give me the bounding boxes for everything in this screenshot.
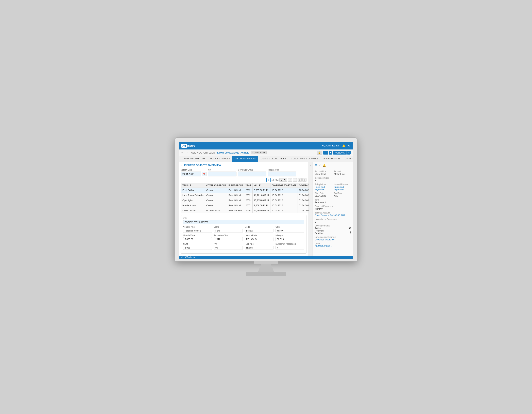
end-date-label: End Date bbox=[334, 192, 351, 194]
policyholder-link[interactable]: Fruits and vegetable... bbox=[315, 186, 332, 191]
insurance-class-value: 10 bbox=[315, 179, 351, 182]
cell-value: 41,281.00 EUR bbox=[252, 193, 270, 198]
app-logo: Ad Insure bbox=[181, 144, 195, 148]
product-col: Product Motor Fleet bbox=[334, 170, 351, 175]
p-button[interactable]: P bbox=[323, 151, 328, 154]
fleet-group-filter-input[interactable] bbox=[268, 172, 296, 176]
filter-vin: VIN bbox=[208, 169, 237, 176]
cell-year: 2010 bbox=[244, 208, 253, 213]
brand-value: Ford bbox=[214, 229, 243, 233]
policyholder-col: Policyholder Fruits and vegetable... bbox=[315, 183, 332, 191]
first-page-button[interactable]: « bbox=[288, 178, 292, 182]
breadcrumb-section: ← POLICY MOTOR FLEET: bbox=[187, 152, 215, 154]
tab-policy-changes[interactable]: POLICY CHANGES bbox=[208, 156, 233, 162]
cell-fleet-group: Fleet Official bbox=[227, 193, 244, 198]
breadcrumb-left: ›› ← ← POLICY MOTOR FLEET: FL-MOT-000003… bbox=[181, 151, 266, 154]
cell-coverage-start: 10.04.2022 bbox=[270, 208, 298, 213]
unconfirmed-label: Unconfirmed Constraints bbox=[315, 218, 351, 220]
tab-organisation[interactable]: ORGANISATION bbox=[321, 156, 342, 162]
term-value: Permanent bbox=[315, 201, 351, 203]
balance-link[interactable]: Open Balance: 58,100.40 EUR bbox=[315, 214, 351, 217]
product-line-value: Motor Fleet bbox=[315, 173, 332, 175]
start-date-value: 01.04.2022 bbox=[315, 195, 332, 197]
vin-field: VIN FORI6VHTQ29KRSZ00 bbox=[183, 217, 304, 224]
p-dropdown-button[interactable]: ▾ bbox=[329, 151, 332, 154]
table-row[interactable]: Land Rover Defender Casco Fleet Official… bbox=[181, 193, 309, 198]
cell-fleet-group: Fleet Superior bbox=[227, 208, 244, 213]
prev-page-button[interactable]: ‹ bbox=[293, 178, 297, 182]
cell-coverage-end: 01.04.2027 bbox=[298, 203, 309, 208]
actions-dropdown-button[interactable]: ▾ bbox=[347, 151, 351, 154]
tab-insured-objects[interactable]: INSURED OBJECTS bbox=[232, 156, 258, 162]
cell-vehicle: Opel Agila bbox=[181, 198, 205, 203]
tab-limits-deductibles[interactable]: LIMITS & DEDUCTIBLES bbox=[258, 156, 289, 162]
insured-person-link[interactable]: Fruits and vegetable... bbox=[334, 186, 351, 191]
actions-button[interactable]: ACTIONS bbox=[333, 151, 347, 154]
quote-group: Quote FL-MOT-00000... bbox=[315, 242, 351, 247]
right-collapse-col[interactable]: › bbox=[309, 162, 313, 256]
production-year-value: 2012 bbox=[214, 237, 243, 241]
table-row[interactable]: Ford B-Max Casco Fleet Official 2012 5,8… bbox=[181, 188, 309, 193]
nav-back-arrows[interactable]: ›› ← bbox=[181, 152, 186, 154]
policy-link[interactable]: FL-MOT-0000032/2022 (ACTIVE) bbox=[216, 152, 250, 154]
calendar-icon[interactable]: 📅 bbox=[202, 172, 207, 176]
quote-link[interactable]: FL-MOT-00000... bbox=[315, 245, 351, 247]
bell-icon[interactable]: 🔔 bbox=[342, 144, 346, 147]
sidebar-tab-menu[interactable]: ☰ bbox=[315, 164, 317, 167]
tab-main-information[interactable]: MAIN INFORMATION bbox=[181, 156, 208, 162]
filter-fleet-group: Fleet Group bbox=[268, 169, 296, 176]
detail-vin-row: VIN FORI6VHTQ29KRSZ00 bbox=[183, 217, 304, 224]
lock-button[interactable]: 🔒 bbox=[317, 151, 322, 154]
insurance-class-group: Insurance Class 10 bbox=[315, 177, 351, 182]
mileage-field: Mileage 32,528 bbox=[276, 234, 304, 241]
sidebar-tab-check[interactable]: ✓ bbox=[319, 164, 321, 167]
start-date-label: Start Date bbox=[315, 192, 332, 194]
licence-plate-value: FO1XOLG bbox=[245, 237, 274, 241]
num-passengers-field: Number of Passengers 4 bbox=[276, 243, 304, 250]
cell-year: 2012 bbox=[244, 188, 253, 193]
tab-ownership[interactable]: OWNERSHIP bbox=[342, 156, 353, 162]
table-row[interactable]: Honda Accord Casco Fleet Official 2007 9… bbox=[181, 203, 309, 208]
tabs-bar: MAIN INFORMATION POLICY CHANGES INSURED … bbox=[179, 156, 353, 162]
production-year-label: Production Year bbox=[214, 234, 243, 237]
production-year-field: Production Year 2012 bbox=[214, 234, 243, 241]
ccm-value: 2,965 bbox=[183, 246, 212, 250]
filter-row: Validity Date 📅 VIN Coverage Group bbox=[181, 169, 306, 176]
fuel-type-field: Fuel Type Hybrid bbox=[245, 243, 274, 250]
gear-icon[interactable]: ⚙ bbox=[348, 144, 351, 147]
mileage-label: Mileage bbox=[276, 234, 304, 237]
insured-person-label: Insured Person bbox=[334, 183, 351, 185]
fuel-type-value: Hybrid bbox=[245, 246, 274, 250]
insured-person-col: Insured Person Fruits and vegetable... bbox=[334, 183, 351, 191]
footer-text: © 2022 Adacta bbox=[181, 256, 195, 259]
active-status-row: Active: 36 bbox=[315, 227, 351, 230]
per-page-select[interactable]: 5 10 25 bbox=[279, 178, 287, 182]
vehicle-value-label: Vehicle Value bbox=[183, 234, 212, 237]
monitor-stand-neck bbox=[258, 264, 274, 272]
validity-date-input[interactable] bbox=[181, 172, 201, 176]
tab-conditions-clauses[interactable]: CONDITIONS & CLAUSES bbox=[289, 156, 321, 162]
vin-filter-input[interactable] bbox=[208, 172, 237, 176]
last-page-button[interactable]: » bbox=[303, 178, 306, 182]
section-chevron-icon[interactable]: ▼ bbox=[181, 164, 183, 166]
coverage-group-filter-input[interactable] bbox=[238, 172, 266, 176]
cell-coverage-end: 10.04.2027 bbox=[298, 188, 309, 193]
insured-objects-table: VEHICLE COVERAGE GROUP FLEET GROUP YEAR … bbox=[181, 183, 309, 213]
col-coverage-group: COVERAGE GROUP bbox=[205, 183, 227, 188]
table-row[interactable]: Opel Agila Casco Fleet Official 2009 45,… bbox=[181, 198, 309, 203]
refresh-button[interactable]: ↻ bbox=[266, 178, 271, 182]
sidebar-tab-bell[interactable]: 🔔 bbox=[323, 164, 326, 167]
cell-vehicle: Dacia Dokker bbox=[181, 208, 205, 213]
product-value: Motor Fleet bbox=[334, 173, 351, 175]
term-label: Term bbox=[315, 199, 351, 201]
table-row[interactable]: Dacia Dokker MTPL+Casco Fleet Superior 2… bbox=[181, 208, 309, 213]
app-header: Ad Insure Hi, Administrator 🔔 ⚙ bbox=[179, 142, 353, 149]
vehicle-type-value: Personal Vehicle bbox=[183, 229, 212, 233]
cell-vehicle: Land Rover Defender bbox=[181, 193, 205, 198]
model-label: Model bbox=[245, 226, 274, 228]
next-page-button[interactable]: › bbox=[298, 178, 302, 182]
coverage-overview-link[interactable]: Coverage Overview bbox=[315, 238, 351, 241]
brand-field: Brand Ford bbox=[214, 226, 243, 233]
cell-year: 2002 bbox=[244, 193, 253, 198]
cell-fleet-group: Fleet Official bbox=[227, 203, 244, 208]
